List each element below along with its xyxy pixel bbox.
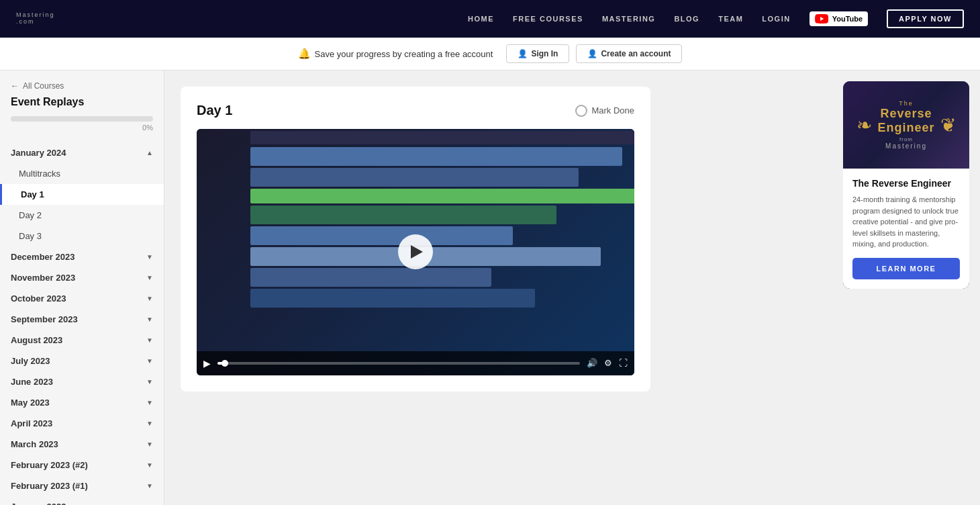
chevron-down-icon: ▼ xyxy=(146,420,153,427)
daw-track-2 xyxy=(250,168,579,187)
youtube-button[interactable]: YouTube xyxy=(810,11,868,26)
promo-card: ❧ The Reverse Engineer from Mastering ❦ … xyxy=(843,81,969,289)
volume-icon[interactable]: 🔊 xyxy=(587,358,597,368)
main-layout: ← All Courses Event Replays 0% January 2… xyxy=(0,71,980,505)
video-play-button[interactable] xyxy=(398,234,433,269)
sidebar-item-day1[interactable]: Day 1 xyxy=(0,184,164,205)
sidebar-item-day3[interactable]: Day 3 xyxy=(0,226,164,246)
sidebar-month-may-2023[interactable]: May 2023 ▼ xyxy=(0,392,164,413)
sidebar-month-september-2023[interactable]: September 2023 ▼ xyxy=(0,309,164,330)
content-area: Day 1 Mark Done xyxy=(164,71,832,505)
video-progress-bar[interactable] xyxy=(217,362,580,365)
chevron-down-icon: ▼ xyxy=(146,295,153,302)
progress-section: 0% xyxy=(0,116,164,142)
video-player[interactable]: ▶ 🔊 ⚙ ⛶ xyxy=(197,129,634,375)
sidebar-month-june-2023[interactable]: June 2023 ▼ xyxy=(0,371,164,392)
video-play-control[interactable]: ▶ xyxy=(203,358,211,369)
learn-more-button[interactable]: LEARN MORE xyxy=(852,258,960,279)
youtube-label: YouTube xyxy=(832,15,863,23)
save-bar-buttons: 👤 Sign In 👤 Create an account xyxy=(506,44,682,63)
daw-track-7 xyxy=(250,268,491,287)
sidebar-month-december-2023[interactable]: December 2023 ▼ xyxy=(0,246,164,267)
nav-home[interactable]: HOME xyxy=(468,15,494,23)
promo-card-body: The Reverse Engineer 24-month training &… xyxy=(843,169,969,289)
user-icon: 👤 xyxy=(518,49,528,58)
sidebar-month-july-2023[interactable]: July 2023 ▼ xyxy=(0,351,164,371)
brand-sub: .com xyxy=(16,19,55,26)
chevron-down-icon: ▼ xyxy=(146,336,153,344)
promo-card-description: 24-month training & mentorship program d… xyxy=(852,194,960,250)
brand-logo[interactable]: Mastering .com xyxy=(16,12,55,26)
sidebar-month-february-2023-1[interactable]: February 2023 (#1) ▼ xyxy=(0,475,164,496)
sidebar: ← All Courses Event Replays 0% January 2… xyxy=(0,71,164,505)
january-2024-items: Multitracks Day 1 Day 2 Day 3 xyxy=(0,163,164,246)
sidebar-month-october-2023[interactable]: October 2023 ▼ xyxy=(0,288,164,309)
progress-text: 0% xyxy=(11,124,153,132)
chevron-down-icon: ▼ xyxy=(146,274,153,281)
back-arrow-icon: ← xyxy=(11,81,19,91)
video-controls: ▶ 🔊 ⚙ ⛶ xyxy=(197,351,634,375)
chevron-down-icon: ▼ xyxy=(146,461,153,469)
sidebar-item-day2[interactable]: Day 2 xyxy=(0,205,164,226)
nav-mastering[interactable]: MASTERING xyxy=(602,15,656,23)
sidebar-title: Event Replays xyxy=(0,96,164,116)
promo-card-title: The Reverse Engineer xyxy=(852,178,960,189)
sidebar-month-march-2023[interactable]: March 2023 ▼ xyxy=(0,434,164,455)
lesson-header: Day 1 Mark Done xyxy=(197,103,634,118)
daw-header-track xyxy=(250,131,634,144)
progress-bar-background xyxy=(11,116,153,122)
chevron-up-icon: ▲ xyxy=(146,149,153,156)
sign-in-button[interactable]: 👤 Sign In xyxy=(506,44,569,63)
daw-track-1 xyxy=(250,147,622,166)
sidebar-month-january-2023[interactable]: January 2023 ▼ xyxy=(0,496,164,505)
sidebar-item-multitracks[interactable]: Multitracks xyxy=(0,163,164,184)
chevron-down-icon: ▼ xyxy=(146,441,153,448)
promo-card-image: ❧ The Reverse Engineer from Mastering ❦ xyxy=(843,81,969,169)
nav-team[interactable]: TEAM xyxy=(718,15,743,23)
save-bar-message: 🔔 Save your progress by creating a free … xyxy=(298,48,493,60)
create-account-icon: 👤 xyxy=(587,49,597,58)
nav-login[interactable]: LOGIN xyxy=(762,15,790,23)
lesson-card: Day 1 Mark Done xyxy=(181,87,650,392)
bell-icon: 🔔 xyxy=(298,48,311,60)
sidebar-month-january-2024[interactable]: January 2024 ▲ xyxy=(0,142,164,163)
done-circle-icon xyxy=(575,105,587,117)
laurel-decoration: ❧ The Reverse Engineer from Mastering ❦ xyxy=(856,100,955,150)
apply-now-button[interactable]: APPLY NOW xyxy=(887,9,964,28)
chevron-down-icon: ▼ xyxy=(146,316,153,323)
settings-icon[interactable]: ⚙ xyxy=(604,358,612,368)
lesson-title: Day 1 xyxy=(197,103,232,118)
chevron-down-icon: ▼ xyxy=(146,482,153,490)
sidebar-month-april-2023[interactable]: April 2023 ▼ xyxy=(0,413,164,434)
left-laurel-icon: ❧ xyxy=(856,114,872,136)
sidebar-month-november-2023[interactable]: November 2023 ▼ xyxy=(0,267,164,288)
daw-track-3 xyxy=(250,189,634,203)
nav-links: HOME FREE COURSES MASTERING BLOG TEAM LO… xyxy=(468,9,964,28)
back-to-courses-link[interactable]: ← All Courses xyxy=(0,81,164,96)
chevron-down-icon: ▼ xyxy=(146,253,153,261)
sidebar-month-august-2023[interactable]: August 2023 ▼ xyxy=(0,330,164,351)
daw-track-8 xyxy=(250,289,535,308)
video-mockup: ▶ 🔊 ⚙ ⛶ xyxy=(197,129,634,375)
save-progress-bar: 🔔 Save your progress by creating a free … xyxy=(0,38,980,71)
sidebar-month-february-2023-2[interactable]: February 2023 (#2) ▼ xyxy=(0,455,164,475)
side-panel: ❧ The Reverse Engineer from Mastering ❦ … xyxy=(832,71,980,505)
mark-done-button[interactable]: Mark Done xyxy=(575,105,634,117)
chevron-down-icon: ▼ xyxy=(146,378,153,385)
right-laurel-icon: ❦ xyxy=(940,114,956,136)
chevron-down-icon: ▼ xyxy=(146,357,153,365)
nav-free-courses[interactable]: FREE COURSES xyxy=(513,15,583,23)
nav-blog[interactable]: BLOG xyxy=(674,15,699,23)
fullscreen-icon[interactable]: ⛶ xyxy=(619,358,628,368)
create-account-button[interactable]: 👤 Create an account xyxy=(576,44,682,63)
promo-overlay-text: ❧ The Reverse Engineer from Mastering ❦ xyxy=(856,100,955,150)
chevron-down-icon: ▼ xyxy=(146,399,153,406)
daw-track-4 xyxy=(250,205,556,224)
navbar: Mastering .com HOME FREE COURSES MASTERI… xyxy=(0,0,980,38)
daw-track-5 xyxy=(250,226,513,245)
sidebar-months: January 2024 ▲ Multitracks Day 1 Day 2 D… xyxy=(0,142,164,505)
video-progress-dot xyxy=(222,360,228,367)
promo-title-block: The Reverse Engineer from Mastering xyxy=(877,100,934,150)
